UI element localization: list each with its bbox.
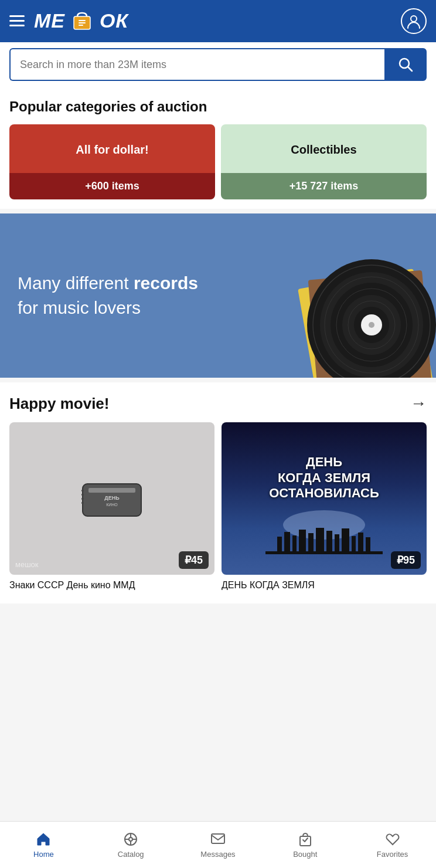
nav-label-favorites: Favorites xyxy=(377,850,408,859)
watermark-0: мешок xyxy=(15,560,39,569)
svg-rect-39 xyxy=(358,533,363,551)
svg-rect-29 xyxy=(277,537,282,551)
logo-text: МЕ ОК xyxy=(34,9,128,33)
svg-rect-3 xyxy=(79,25,83,26)
search-icon xyxy=(397,56,414,73)
svg-rect-21 xyxy=(88,488,135,493)
svg-rect-35 xyxy=(326,531,332,551)
product-title-0: Знаки СССР День кино ММД xyxy=(9,579,214,592)
city-silhouette xyxy=(265,507,383,554)
messages-icon xyxy=(210,831,226,847)
nav-item-favorites[interactable]: Favorites xyxy=(349,822,436,868)
svg-rect-1 xyxy=(79,20,86,21)
happy-movie-section: Happy movie! → ДЕНЬ КИНО xyxy=(0,382,436,603)
svg-rect-34 xyxy=(316,528,324,551)
search-input[interactable] xyxy=(9,48,384,81)
svg-rect-48 xyxy=(212,834,224,843)
section-arrow[interactable]: → xyxy=(410,394,427,413)
product-image-1: ДЕНЬ КОГДА ЗЕМЛЯ ОСТАНОВИЛАСЬ xyxy=(222,422,427,575)
bottom-nav: Home Catalog Messages xyxy=(0,821,436,868)
product-image-0: ДЕНЬ КИНО мешок ₽45 xyxy=(9,422,214,575)
nav-item-bought[interactable]: Bought xyxy=(261,822,349,868)
search-button[interactable] xyxy=(384,48,427,81)
catalog-icon xyxy=(122,831,139,847)
svg-rect-2 xyxy=(79,22,86,23)
user-account-button[interactable] xyxy=(401,8,427,34)
svg-rect-41 xyxy=(265,551,383,554)
product-price-0: ₽45 xyxy=(179,551,209,569)
favorites-icon xyxy=(384,831,401,847)
search-bar xyxy=(0,42,436,87)
header: МЕ ОК xyxy=(0,0,436,42)
svg-rect-27 xyxy=(81,502,84,504)
svg-rect-30 xyxy=(284,532,290,551)
category-count-dollar: +600 items xyxy=(9,173,215,199)
bought-icon xyxy=(297,831,314,847)
nav-item-home[interactable]: Home xyxy=(0,822,87,868)
banner-text-bold: records xyxy=(134,273,198,293)
svg-point-43 xyxy=(129,838,132,841)
svg-text:КИНО: КИНО xyxy=(106,503,118,507)
hamburger-menu[interactable] xyxy=(9,15,25,26)
category-label-collectibles: Collectibles xyxy=(291,143,356,157)
section-header: Happy movie! → xyxy=(9,394,427,413)
banner-text: Many different records for music lovers xyxy=(18,271,198,320)
pin-illustration: ДЕНЬ КИНО xyxy=(65,463,159,534)
categories-grid: All for dollar! +600 items Collectibles … xyxy=(9,124,427,199)
svg-rect-25 xyxy=(81,494,84,496)
svg-rect-31 xyxy=(292,535,297,551)
category-count-collectibles: +15 727 items xyxy=(221,173,427,199)
product-card-1[interactable]: ДЕНЬ КОГДА ЗЕМЛЯ ОСТАНОВИЛАСЬ xyxy=(222,422,427,592)
nav-label-home: Home xyxy=(33,850,54,859)
svg-rect-38 xyxy=(352,536,356,551)
header-left: МЕ ОК xyxy=(9,9,128,33)
products-grid: ДЕНЬ КИНО мешок ₽45 Знаки СССР День кино… xyxy=(9,422,427,592)
category-top-dollar: All for dollar! xyxy=(9,124,215,173)
logo[interactable]: МЕ ОК xyxy=(34,9,128,33)
nav-label-bought: Bought xyxy=(293,850,317,859)
svg-line-6 xyxy=(408,67,412,71)
nav-label-catalog: Catalog xyxy=(118,850,144,859)
svg-rect-37 xyxy=(342,528,349,551)
banner-text-line2: for music lovers xyxy=(18,298,141,317)
categories-section: Popular categories of auction All for do… xyxy=(0,87,436,209)
records-banner[interactable]: Many different records for music lovers xyxy=(0,213,436,378)
svg-rect-40 xyxy=(366,537,370,551)
svg-point-15 xyxy=(369,322,374,328)
svg-rect-32 xyxy=(299,530,306,551)
home-icon xyxy=(35,831,52,847)
category-label-dollar: All for dollar! xyxy=(76,143,148,157)
svg-point-4 xyxy=(411,16,417,22)
nav-label-messages: Messages xyxy=(200,850,235,859)
product-card-0[interactable]: ДЕНЬ КИНО мешок ₽45 Знаки СССР День кино… xyxy=(9,422,214,592)
nav-item-messages[interactable]: Messages xyxy=(175,822,262,868)
category-top-collectibles: Collectibles xyxy=(221,124,427,173)
svg-text:ДЕНЬ: ДЕНЬ xyxy=(104,495,120,501)
category-card-collectibles[interactable]: Collectibles +15 727 items xyxy=(221,124,427,199)
product-title-1: ДЕНЬ КОГДА ЗЕМЛЯ xyxy=(222,579,427,592)
product-price-1: ₽95 xyxy=(391,551,421,569)
svg-rect-26 xyxy=(81,498,84,500)
category-card-dollar[interactable]: All for dollar! +600 items xyxy=(9,124,215,199)
section-title: Happy movie! xyxy=(9,395,110,413)
nav-item-catalog[interactable]: Catalog xyxy=(87,822,175,868)
banner-text-normal: Many different xyxy=(18,273,134,293)
categories-title: Popular categories of auction xyxy=(9,99,427,115)
svg-rect-33 xyxy=(308,533,314,551)
svg-rect-24 xyxy=(81,490,84,491)
poster-title: ДЕНЬ КОГДА ЗЕМЛЯ ОСТАНОВИЛАСЬ xyxy=(269,455,379,501)
svg-rect-36 xyxy=(335,534,339,551)
vinyl-records-illustration xyxy=(260,243,436,378)
